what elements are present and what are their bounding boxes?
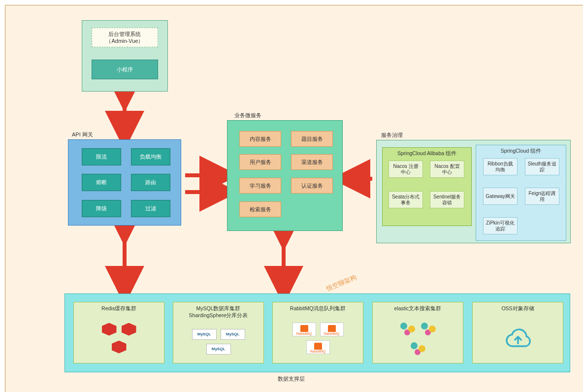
api-cell-filter: 过滤 xyxy=(131,200,170,217)
data-mysql-label: MySQL数据库集群 ShardingSphere分库分表 xyxy=(189,305,248,319)
data-elastic-label: elastic文本搜索集群 xyxy=(394,305,442,312)
architecture-diagram: 后台管理系统 （Admin-Vue） 小程序 API 网关 限流 负载均衡 熔断… xyxy=(5,5,583,392)
governance-label: 服务治理 xyxy=(381,131,403,139)
api-cell-circuitbreak: 熔断 xyxy=(82,174,121,191)
cloud-upload-icon xyxy=(475,315,561,361)
ms-topic: 题目服务 xyxy=(291,131,333,147)
spring-sleuth: Sleuth服务追踪 xyxy=(525,158,559,175)
data-oss-label: OSS对象存储 xyxy=(501,305,534,312)
spring-zipkin: ZiPkin可视化追踪 xyxy=(483,217,518,234)
mysql-icon: MySQLMySQLMySQL xyxy=(187,329,251,355)
alibaba-sentinel: Sentinel服务容错 xyxy=(430,191,464,208)
spring-gateway: Gateway网关 xyxy=(483,188,518,205)
api-cell-ratelimit: 限流 xyxy=(82,148,121,165)
admin-vue-box: 后台管理系统 （Admin-Vue） xyxy=(92,28,158,47)
alibaba-nacos-config: Nacos 配置中心 xyxy=(430,161,464,178)
data-layer-label: 数据支撑层 xyxy=(278,375,305,383)
spring-ribbon: Ribbon负载均衡 xyxy=(483,158,518,175)
ms-search: 检索服务 xyxy=(239,201,281,217)
rabbitmq-icon: RabbitMQRabbitMQRabbitMQ xyxy=(289,323,348,354)
data-elastic: elastic文本搜索集群 xyxy=(372,302,463,363)
api-cell-degrade: 降级 xyxy=(82,200,121,217)
alibaba-nacos-registry: Nacos 注册中心 xyxy=(389,161,423,178)
data-redis: Redis缓存集群 xyxy=(73,302,164,363)
data-rabbitmq-label: RabbitMQ消息队列集群 xyxy=(290,305,346,312)
spring-feign: Feign远程调用 xyxy=(525,188,559,205)
miniprogram-box: 小程序 xyxy=(92,60,158,79)
api-gateway-label: API 网关 xyxy=(72,131,93,138)
ms-auth: 认证服务 xyxy=(291,178,333,194)
ms-channel: 渠道服务 xyxy=(291,154,333,170)
microservices-label: 业务微服务 xyxy=(234,112,261,119)
ms-content: 内容服务 xyxy=(239,131,281,147)
data-oss: OSS对象存储 xyxy=(472,302,563,363)
api-cell-routing: 路由 xyxy=(131,174,170,191)
api-cell-loadbalance: 负载均衡 xyxy=(131,148,170,165)
ms-user: 用户服务 xyxy=(239,154,281,170)
data-mysql: MySQL数据库集群 ShardingSphere分库分表 MySQLMySQL… xyxy=(173,302,264,363)
alibaba-seata: Seata分布式事务 xyxy=(389,191,423,208)
elastic-icon xyxy=(391,322,445,355)
watermark-text: 悟空聊架构 xyxy=(325,273,358,293)
data-rabbitmq: RabbitMQ消息队列集群 RabbitMQRabbitMQRabbitMQ xyxy=(272,302,363,363)
data-redis-label: Redis缓存集群 xyxy=(101,305,136,312)
alibaba-group: SpringCloud Alibaba 组件 xyxy=(382,147,472,226)
redis-icon xyxy=(95,323,144,354)
ms-study: 学习服务 xyxy=(239,178,281,194)
